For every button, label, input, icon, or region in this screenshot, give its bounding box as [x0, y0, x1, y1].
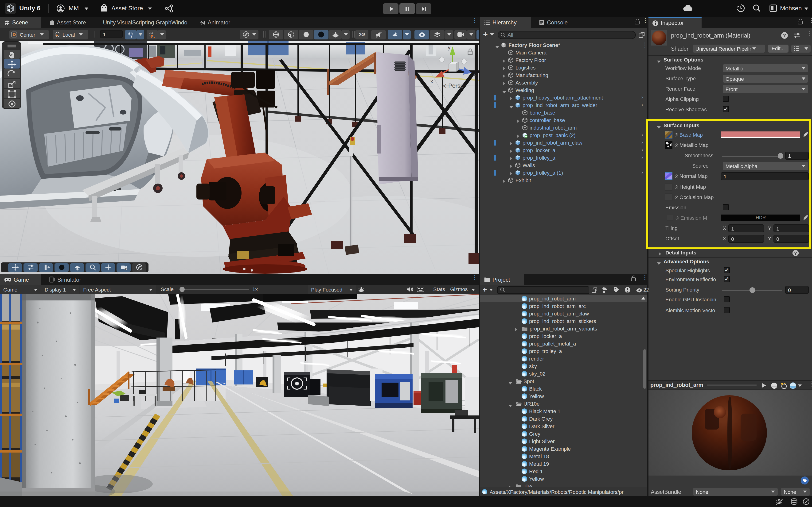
svg-text:z: z	[473, 71, 476, 77]
svg-text:x: x	[430, 78, 433, 84]
svg-text:Y: Y	[130, 34, 133, 38]
svg-text:≺ Persp: ≺ Persp	[442, 82, 464, 89]
svg-text:?: ?	[783, 33, 786, 38]
svg-text:?: ?	[794, 251, 797, 256]
svg-text:y: y	[448, 45, 450, 50]
